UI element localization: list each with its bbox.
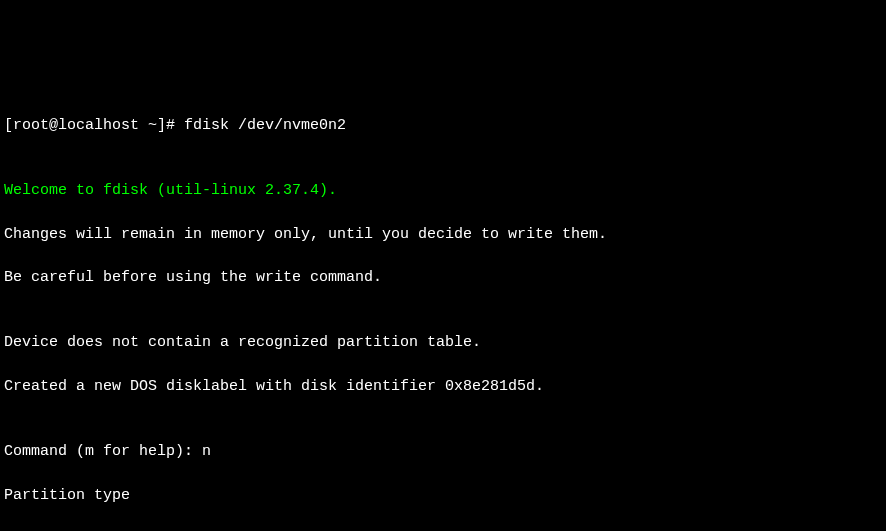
created-dos-label: Created a new DOS disklabel with disk id… — [4, 376, 882, 398]
no-partition-table: Device does not contain a recognized par… — [4, 332, 882, 354]
fdisk-command-prompt: Command (m for help): — [4, 441, 202, 463]
changes-warning: Changes will remain in memory only, unti… — [4, 224, 882, 246]
careful-warning: Be careful before using the write comman… — [4, 267, 882, 289]
partition-type-header: Partition type — [4, 485, 882, 507]
shell-prompt-line: [root@localhost ~]# fdisk /dev/nvme0n2 — [4, 115, 882, 137]
command-prompt-line: Command (m for help): n — [4, 441, 882, 463]
terminal-output[interactable]: [root@localhost ~]# fdisk /dev/nvme0n2 W… — [4, 93, 882, 531]
welcome-message: Welcome to fdisk (util-linux 2.37.4). — [4, 180, 882, 202]
shell-command: fdisk /dev/nvme0n2 — [184, 115, 346, 137]
user-input: n — [202, 441, 211, 463]
shell-prompt: [root@localhost ~]# — [4, 115, 184, 137]
